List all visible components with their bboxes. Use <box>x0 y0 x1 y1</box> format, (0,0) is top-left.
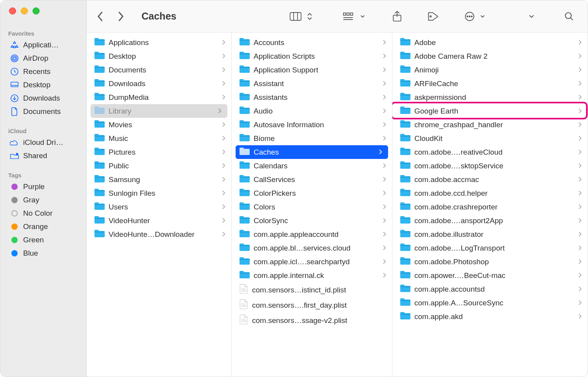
folder-row[interactable]: Library <box>91 104 227 118</box>
folder-row[interactable]: Animoji <box>392 63 588 77</box>
folder-row[interactable]: Desktop <box>87 49 231 63</box>
folder-row[interactable]: Downloads <box>87 77 231 90</box>
maximize-window-button[interactable] <box>33 7 40 14</box>
group-view-button[interactable] <box>341 11 357 22</box>
sidebar-item[interactable]: Purple <box>0 180 86 193</box>
folder-row[interactable]: Accounts <box>232 36 392 49</box>
sidebar-item[interactable]: Documents <box>0 105 86 118</box>
folder-row[interactable]: Audio <box>232 104 392 118</box>
sidebar-item[interactable]: iCloud Dri… <box>0 136 86 149</box>
svg-rect-48 <box>94 136 105 136</box>
svg-rect-174 <box>400 218 410 218</box>
sidebar-item[interactable]: Applicati… <box>0 38 86 52</box>
folder-row[interactable]: com.adobe.…reativeCloud <box>392 145 588 159</box>
minimize-window-button[interactable] <box>21 7 28 14</box>
item-name: Google Earth <box>414 107 574 115</box>
share-button[interactable] <box>390 9 404 23</box>
item-name: com.sensors…istinct_id.plist <box>252 286 387 294</box>
view-picker-button[interactable] <box>305 11 315 22</box>
forward-button[interactable] <box>115 10 127 23</box>
file-row[interactable]: com.sensors….first_day.plist <box>232 298 392 313</box>
action-menu-chevron[interactable] <box>478 13 487 20</box>
sidebar-item[interactable]: Green <box>0 233 86 247</box>
sidebar-item[interactable]: No Color <box>0 207 86 220</box>
folder-row[interactable]: Assistants <box>232 90 392 104</box>
folder-row[interactable]: chrome_crashpad_handler <box>392 118 588 132</box>
file-row[interactable]: com.sensors…istinct_id.plist <box>232 282 392 298</box>
back-button[interactable] <box>94 10 106 23</box>
dropdown-chevron[interactable] <box>526 13 537 20</box>
tag-button[interactable] <box>425 10 441 23</box>
folder-icon <box>94 37 105 48</box>
folder-row[interactable]: com.adobe.…ansport2App <box>392 214 588 227</box>
folder-row[interactable]: Music <box>87 132 231 145</box>
folder-row[interactable]: ARFileCache <box>392 77 588 90</box>
folder-icon <box>240 106 250 116</box>
folder-row[interactable]: com.apple.appleaccountd <box>232 227 392 241</box>
folder-row[interactable]: CloudKit <box>392 132 588 145</box>
folder-row[interactable]: com.apple.accountsd <box>392 282 588 296</box>
folder-row[interactable]: com.apower.…BeeCut-mac <box>392 269 588 282</box>
folder-row[interactable]: VideoHunte…Downloader <box>87 227 231 241</box>
folder-row[interactable]: Pictures <box>87 145 231 159</box>
folder-row[interactable]: com.adobe.…LogTransport <box>392 241 588 255</box>
folder-row[interactable]: Adobe <box>392 36 588 49</box>
sidebar-item-label: No Color <box>23 209 53 218</box>
sidebar-item[interactable]: Blue <box>0 247 86 260</box>
folder-row[interactable]: Google Earth <box>392 104 588 118</box>
sidebar-item[interactable]: Orange <box>0 220 86 233</box>
group-view-chevron[interactable] <box>358 13 367 20</box>
folder-row[interactable]: Applications <box>87 36 231 49</box>
close-window-button[interactable] <box>9 7 16 14</box>
columns-view-button[interactable] <box>287 11 304 22</box>
svg-rect-60 <box>94 191 105 191</box>
folder-row[interactable]: Calendars <box>232 159 392 173</box>
sidebar-item[interactable]: Desktop <box>0 78 86 92</box>
folder-row[interactable]: DumpMedia <box>87 90 231 104</box>
folder-row[interactable]: com.apple.akd <box>392 310 588 323</box>
column-0[interactable]: ApplicationsDesktopDocumentsDownloadsDum… <box>87 32 232 377</box>
folder-row[interactable]: ColorSync <box>232 214 392 227</box>
column-2[interactable]: AdobeAdobe Camera Raw 2AnimojiARFileCach… <box>392 32 588 377</box>
sidebar-item[interactable]: Gray <box>0 193 86 207</box>
folder-row[interactable]: Users <box>87 200 231 214</box>
search-button[interactable] <box>562 10 577 23</box>
folder-row[interactable]: Application Scripts <box>232 49 392 63</box>
folder-row[interactable]: com.adobe.crashreporter <box>392 200 588 214</box>
file-icon <box>240 284 248 296</box>
folder-row[interactable]: Public <box>87 159 231 173</box>
folder-row[interactable]: Assistant <box>232 77 392 90</box>
folder-row[interactable]: com.adobe.Photoshop <box>392 255 588 269</box>
folder-row[interactable]: ColorPickers <box>232 186 392 200</box>
chevron-right-icon <box>383 271 387 280</box>
folder-row[interactable]: com.adobe.illustrator <box>392 227 588 241</box>
action-menu-button[interactable] <box>462 10 477 23</box>
chevron-right-icon <box>222 162 226 170</box>
folder-row[interactable]: com.apple.A…SourceSync <box>392 296 588 310</box>
folder-row[interactable]: Sunlogin Files <box>87 186 231 200</box>
folder-row[interactable]: Colors <box>232 200 392 214</box>
folder-row[interactable]: Samsung <box>87 173 231 186</box>
folder-row[interactable]: com.apple.bl…services.cloud <box>232 241 392 255</box>
folder-row[interactable]: com.adobe.ccd.helper <box>392 186 588 200</box>
file-row[interactable]: com.sensors…ssage-v2.plist <box>232 313 392 328</box>
sidebar-item[interactable]: Shared <box>0 149 86 162</box>
folder-row[interactable]: Adobe Camera Raw 2 <box>392 49 588 63</box>
folder-row[interactable]: Caches <box>236 145 388 159</box>
sidebar-item[interactable]: Recents <box>0 65 86 78</box>
sidebar-item[interactable]: AirDrop <box>0 52 86 65</box>
folder-row[interactable]: Autosave Information <box>232 118 392 132</box>
column-1[interactable]: AccountsApplication ScriptsApplication S… <box>232 32 392 377</box>
folder-row[interactable]: Movies <box>87 118 231 132</box>
folder-row[interactable]: Application Support <box>232 63 392 77</box>
folder-row[interactable]: com.adobe.…sktopService <box>392 159 588 173</box>
folder-row[interactable]: askpermissiond <box>392 90 588 104</box>
folder-row[interactable]: Documents <box>87 63 231 77</box>
folder-row[interactable]: com.adobe.accmac <box>392 173 588 186</box>
folder-row[interactable]: com.apple.internal.ck <box>232 269 392 282</box>
folder-row[interactable]: VideoHunter <box>87 214 231 227</box>
folder-row[interactable]: Biome <box>232 132 392 145</box>
folder-row[interactable]: CallServices <box>232 173 392 186</box>
folder-row[interactable]: com.apple.icl….searchpartyd <box>232 255 392 269</box>
sidebar-item[interactable]: Downloads <box>0 92 86 105</box>
